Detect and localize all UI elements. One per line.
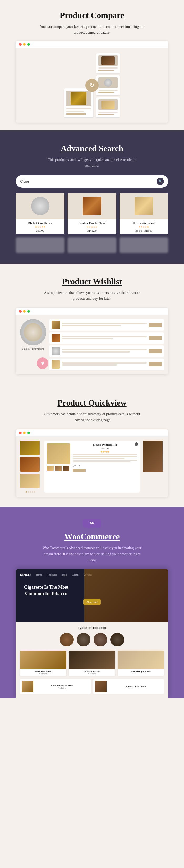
qv-right-product-img (143, 441, 163, 472)
compare-card-3-line (98, 90, 118, 91)
wishlist-row-2-btn[interactable] (149, 336, 162, 340)
product-price-3: $5,00 - $15,00 (122, 229, 166, 232)
quickview-add-to-cart-btn[interactable] (73, 469, 86, 472)
section1-title: Product Compare (16, 10, 168, 20)
woo-more-img-2 (95, 681, 107, 692)
wishlist-row-1 (49, 319, 164, 331)
search-input[interactable] (20, 179, 157, 183)
product-price-2: $149,00 (70, 229, 114, 232)
dot-yellow (23, 43, 26, 46)
search-result-card-3[interactable]: Cigar cutter stand ★★★★★ $5,00 - $15,00 (120, 193, 168, 234)
woo-product-card-3[interactable]: Scented Cigar Cutter (118, 651, 164, 676)
woo-more-card-1[interactable]: Little Timber Tobacco Marketing (20, 679, 91, 694)
section-compare: Product Compare You can compare your fav… (0, 0, 184, 130)
quickview-thumbnails (47, 466, 71, 471)
compare-card-2-line (98, 67, 118, 68)
quickview-close-btn[interactable]: × (135, 442, 138, 446)
search-bar-container[interactable]: 🔍 (16, 175, 168, 188)
qv-thumb-3[interactable] (62, 466, 70, 471)
compare-card-3-btn[interactable] (98, 92, 114, 93)
woo-tobacco-section-title: Types of Tobacco (20, 626, 164, 630)
woo-product-card-2[interactable]: Tobacco Product Marketing (69, 651, 115, 676)
woo-product-label-3: Scented Cigar Cutter (119, 670, 162, 673)
quickview-product-price: $10.00 (73, 447, 137, 450)
search-result-card-2[interactable]: Bradley Family Blend ★★★★★ $149,00 (68, 193, 116, 234)
compare-card-1-img (66, 91, 91, 106)
section4-title: Product Quickview (16, 398, 168, 408)
compare-right-cards (96, 53, 120, 117)
quickview-qty-row: Qty 1 (73, 464, 137, 467)
wishlist-browser-bar (16, 308, 168, 315)
woo-tobacco-section: Types of Tobacco Tobacco Smoke Marketing (16, 622, 168, 698)
wishlist-dot-red (19, 310, 22, 313)
woo-more-sub-1: Marketing (35, 687, 89, 689)
cigars-image (83, 197, 101, 215)
tobacco-circle-2 (77, 633, 90, 647)
search-result-info-2: Bradley Family Blend ★★★★★ $149,00 (68, 219, 116, 234)
cigar-box-image (135, 197, 153, 215)
woo-store-logo: SENGLI (20, 573, 31, 577)
woo-more-products: Little Timber Tobacco Marketing Blended … (20, 679, 164, 694)
woo-more-img-1 (22, 681, 33, 692)
wishlist-heart-icon[interactable]: ♥ (37, 358, 48, 369)
wishlist-row-2-lines (62, 336, 147, 340)
woo-more-title-2: Blended Cigar Cutter (108, 685, 162, 687)
compare-card-1-btn[interactable] (66, 113, 86, 115)
wishlist-main-product-img (20, 319, 46, 345)
woo-shop-now-btn[interactable]: Shop Now (83, 599, 101, 605)
quickview-browser-mockup: × Escurio Primeros Tin $10.00 ★★★★★ (16, 429, 168, 497)
blurred-results-row (16, 237, 168, 253)
search-icon[interactable]: 🔍 (157, 178, 164, 185)
woo-nav-about[interactable]: About (72, 574, 79, 576)
search-results-grid: Blade Cigar Cutter ★★★★★ $10,00 Bradley … (16, 193, 168, 234)
woo-product-img-3 (118, 651, 164, 669)
product-stars-3: ★★★★★ (122, 225, 166, 228)
compare-card-4 (96, 97, 120, 117)
wishlist-row-4-img (52, 360, 60, 369)
section-quickview: Product Quickview Customers can obtain a… (0, 385, 184, 507)
woo-hero-title: Cigarette Is The Most Common In Tobacco (20, 584, 73, 597)
quickview-product-stars: ★★★★★ (73, 451, 137, 453)
compare-card-3 (96, 75, 120, 95)
compare-card-1 (64, 89, 93, 117)
blurred-card-2 (68, 237, 116, 253)
wishlist-row-4-btn[interactable] (149, 362, 162, 366)
woo-product-img-2 (69, 651, 115, 669)
compare-card-2-btn[interactable] (98, 69, 114, 71)
woo-more-text-2: Blended Cigar Cutter (108, 685, 162, 688)
quickview-modal: × Escurio Primeros Tin $10.00 ★★★★★ (44, 441, 140, 493)
compare-arrow-icon[interactable]: ↻ (85, 79, 99, 92)
woo-nav-blog[interactable]: Blog (62, 574, 67, 576)
woo-product-card-1[interactable]: Tobacco Smoke Marketing (20, 651, 66, 676)
search-result-card-1[interactable]: Blade Cigar Cutter ★★★★★ $10,00 (16, 193, 64, 234)
qv-dot-green (27, 432, 30, 434)
tobacco-circle-4 (110, 633, 124, 647)
wishlist-right-panel (49, 319, 164, 370)
compare-browser-mockup: ↻ (16, 41, 168, 123)
wishlist-row-3-btn[interactable] (149, 349, 162, 353)
quickview-modal-left (47, 443, 71, 490)
woo-product-info-3: Scented Cigar Cutter (118, 669, 164, 674)
qv-thumb-2[interactable] (55, 466, 61, 471)
compare-card-4-img (98, 99, 118, 110)
quickview-qty-input[interactable]: 1 (77, 464, 82, 467)
wishlist-product-name: Bradley Family Blend (20, 347, 46, 350)
qv-thumb-1[interactable] (47, 466, 54, 471)
woo-hero-text: Cigarette Is The Most Common In Tobacco … (20, 584, 164, 605)
quickview-left-products (20, 441, 41, 493)
woo-more-card-2[interactable]: Blended Cigar Cutter (93, 679, 164, 694)
woo-store-screenshot: SENGLI Home Products Blog About Contact … (16, 569, 168, 698)
svg-marker-2 (87, 528, 89, 529)
woo-nav-products[interactable]: Products (48, 574, 57, 576)
compare-card-1-line2 (66, 111, 84, 112)
wishlist-row-1-btn[interactable] (149, 323, 162, 327)
product-stars-1: ★★★★★ (18, 225, 62, 228)
woo-product-info-2: Tobacco Product Marketing (69, 669, 115, 676)
qv-desc-line-2 (73, 456, 137, 457)
qv-product-1 (20, 441, 40, 455)
qv-product-3 (20, 474, 40, 488)
compare-card-4-btn[interactable] (98, 114, 114, 115)
woo-nav-home[interactable]: Home (36, 574, 42, 576)
quickview-qty-label: Qty (73, 465, 76, 467)
woo-products-grid: Tobacco Smoke Marketing Tobacco Product … (20, 651, 164, 676)
